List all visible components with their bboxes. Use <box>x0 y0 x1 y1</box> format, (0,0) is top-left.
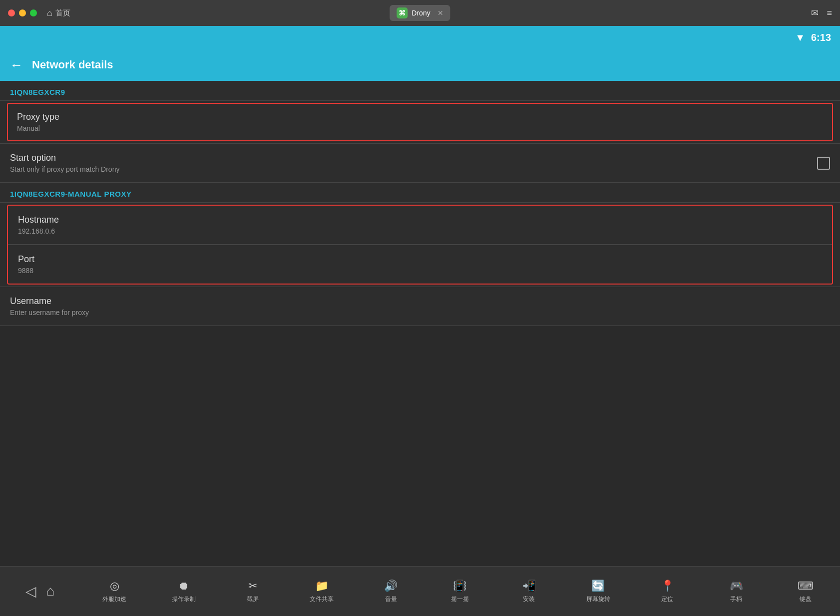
status-time: 6:13 <box>811 32 831 43</box>
nav-icon-keyboard: ⌨ <box>798 580 814 593</box>
titlebar-right: ✉ ≡ <box>811 7 832 18</box>
nav-icon-shake: 📳 <box>453 580 466 593</box>
proxy-type-box: Proxy type Manual <box>7 103 833 141</box>
maximize-button[interactable] <box>30 9 37 16</box>
nav-item-waijia[interactable]: ◎ 外服加速 <box>97 580 132 604</box>
hostname-row[interactable]: Hostname 192.168.0.6 <box>8 206 832 245</box>
tab-close-button[interactable]: ✕ <box>437 9 443 17</box>
divider6 <box>0 325 840 326</box>
nav-icon-screenshot: ✂ <box>248 580 257 593</box>
nav-label-install: 安装 <box>523 595 535 604</box>
start-option-row[interactable]: Start option Start only if proxy port ma… <box>0 144 840 182</box>
back-button[interactable]: ← <box>10 57 23 73</box>
nav-label-fileshare: 文件共享 <box>310 595 334 604</box>
nav-label-waijia: 外服加速 <box>102 595 126 604</box>
nav-label-keyboard: 键盘 <box>800 595 812 604</box>
home-icon: ⌂ <box>47 8 52 18</box>
nav-item-record[interactable]: ⏺ 操作录制 <box>166 580 201 604</box>
drony-tab-label: Drony <box>412 9 430 17</box>
proxy-type-subtitle: Manual <box>17 124 823 132</box>
nav-label-location: 定位 <box>661 595 673 604</box>
username-title: Username <box>10 296 830 307</box>
statusbar: ▼ 6:13 <box>0 26 840 49</box>
nav-icon-rotate: 🔄 <box>591 580 605 593</box>
nav-icon-gamepad: 🎮 <box>730 580 743 593</box>
home-nav[interactable]: ⌂ 首页 <box>47 8 70 18</box>
nav-item-gamepad[interactable]: 🎮 手柄 <box>719 580 754 604</box>
nav-item-fileshare[interactable]: 📁 文件共享 <box>304 580 339 604</box>
divider4 <box>0 202 840 203</box>
nav-label-shake: 摇一摇 <box>451 595 469 604</box>
nav-label-volume: 音量 <box>385 595 397 604</box>
hostname-title: Hostname <box>18 215 822 225</box>
port-row[interactable]: Port 9888 <box>8 245 832 284</box>
page-title: Network details <box>32 58 113 71</box>
bottom-nav: ◁ ⌂ ◎ 外服加速 ⏺ 操作录制 ✂ 截屏 📁 文件共享 🔊 音量 📳 摇一摇… <box>0 566 840 616</box>
hostname-port-box: Hostname 192.168.0.6 Port 9888 <box>7 205 833 285</box>
nav-items: ◎ 外服加速 ⏺ 操作录制 ✂ 截屏 📁 文件共享 🔊 音量 📳 摇一摇 📲 安… <box>80 580 840 604</box>
nav-item-install[interactable]: 📲 安装 <box>511 580 546 604</box>
close-button[interactable] <box>8 9 15 16</box>
nav-item-keyboard[interactable]: ⌨ 键盘 <box>788 580 823 604</box>
nav-icon-location: 📍 <box>661 580 674 593</box>
port-subtitle: 9888 <box>18 267 822 275</box>
traffic-lights <box>8 9 37 16</box>
proxy-type-title: Proxy type <box>17 112 823 122</box>
divider1 <box>0 100 840 101</box>
section2-label: 1IQN8EGXCR9-MANUAL PROXY <box>0 183 840 202</box>
hostname-subtitle: 192.168.0.6 <box>18 227 822 235</box>
nav-item-screenshot[interactable]: ✂ 截屏 <box>235 580 270 604</box>
drony-tab-icon: ⌘ <box>397 7 408 18</box>
app-header: ← Network details <box>0 49 840 81</box>
nav-label-screenshot: 截屏 <box>247 595 259 604</box>
home-label: 首页 <box>55 8 70 18</box>
nav-item-location[interactable]: 📍 定位 <box>650 580 685 604</box>
proxy-type-row[interactable]: Proxy type Manual <box>8 104 832 140</box>
nav-icon-install: 📲 <box>522 580 536 593</box>
nav-label-rotate: 屏幕旋转 <box>586 595 610 604</box>
nav-left: ◁ ⌂ <box>0 583 80 600</box>
nav-label-gamepad: 手柄 <box>730 595 742 604</box>
content-area: 1IQN8EGXCR9 Proxy type Manual Start opti… <box>0 81 840 326</box>
start-option-subtitle: Start only if proxy port match Drony <box>10 165 830 173</box>
nav-icon-waijia: ◎ <box>110 580 119 593</box>
username-row[interactable]: Username Enter username for proxy <box>0 287 840 325</box>
username-subtitle: Enter username for proxy <box>10 308 830 316</box>
start-option-title: Start option <box>10 153 830 163</box>
nav-label-record: 操作录制 <box>172 595 196 604</box>
mail-icon[interactable]: ✉ <box>811 7 819 18</box>
nav-home-button[interactable]: ⌂ <box>46 583 55 600</box>
nav-back-button[interactable]: ◁ <box>25 583 36 600</box>
tab-area: ⌘ Drony ✕ <box>390 5 450 21</box>
nav-icon-record: ⏺ <box>178 580 189 593</box>
section1-label: 1IQN8EGXCR9 <box>0 81 840 100</box>
titlebar: ⌂ 首页 ⌘ Drony ✕ ✉ ≡ <box>0 0 840 26</box>
wifi-icon: ▼ <box>795 32 805 43</box>
port-title: Port <box>18 254 822 265</box>
minimize-button[interactable] <box>19 9 26 16</box>
nav-icon-fileshare: 📁 <box>315 580 329 593</box>
nav-item-rotate[interactable]: 🔄 屏幕旋转 <box>581 580 616 604</box>
nav-icon-volume: 🔊 <box>384 580 398 593</box>
menu-icon[interactable]: ≡ <box>827 8 832 18</box>
drony-tab[interactable]: ⌘ Drony ✕ <box>390 5 450 21</box>
nav-item-shake[interactable]: 📳 摇一摇 <box>442 580 477 604</box>
nav-item-volume[interactable]: 🔊 音量 <box>374 580 409 604</box>
start-option-checkbox[interactable] <box>817 157 830 170</box>
